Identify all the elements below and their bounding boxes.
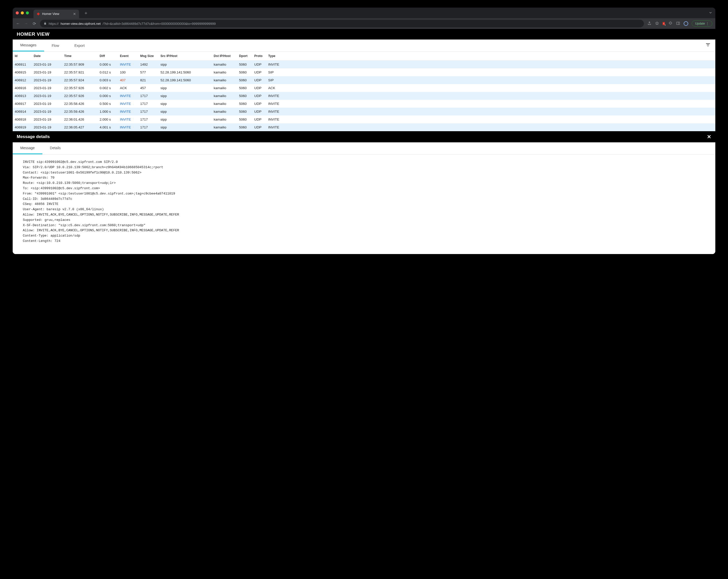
cell-src: sipp xyxy=(158,100,212,108)
details-tab-details[interactable]: Details xyxy=(42,142,69,154)
table-row[interactable]: 4069182023-01-1922:36:01.4262.000 sINVIT… xyxy=(13,115,715,123)
col-dst[interactable]: Dst IP/Host xyxy=(212,52,237,60)
tab-overflow-icon[interactable] xyxy=(709,11,712,15)
extension-badge-icon[interactable]: ▪1 xyxy=(662,22,665,25)
cell-size: 1717 xyxy=(138,92,158,100)
share-icon[interactable] xyxy=(647,21,651,26)
cell-id: 406912 xyxy=(13,76,32,84)
cell-src: sipp xyxy=(158,123,212,131)
table-row[interactable]: 4069132023-01-1922:35:57.9260.000 sINVIT… xyxy=(13,92,715,100)
col-time[interactable]: Time xyxy=(62,52,98,60)
cell-size: 1492 xyxy=(138,60,158,68)
col-msgsize[interactable]: Msg Size xyxy=(138,52,158,60)
main-tabs: Messages Flow Export xyxy=(13,39,715,52)
cell-diff: 1.000 s xyxy=(98,108,118,115)
traffic-lights xyxy=(16,11,29,15)
cell-type: SIP xyxy=(266,68,715,76)
cell-size: 1717 xyxy=(138,115,158,123)
tab-export[interactable]: Export xyxy=(67,40,92,51)
table-row[interactable]: 4069152023-01-1922:35:57.9210.012 s10057… xyxy=(13,68,715,76)
url-host: homer-view.dev.sipfront.net xyxy=(60,22,101,26)
reload-button[interactable]: ⟳ xyxy=(32,21,36,26)
cell-size: 1717 xyxy=(138,123,158,131)
tab-close-icon[interactable]: ✕ xyxy=(73,12,76,16)
cell-size: 577 xyxy=(138,68,158,76)
window-maximize-button[interactable] xyxy=(26,11,29,15)
filter-icon[interactable] xyxy=(701,43,715,48)
tab-messages[interactable]: Messages xyxy=(13,39,44,51)
app-title: HOMER VIEW xyxy=(13,29,715,39)
table-row[interactable]: 4069172023-01-1922:35:58.4260.500 sINVIT… xyxy=(13,100,715,108)
tab-favicon-icon xyxy=(36,12,40,16)
col-id[interactable]: Id xyxy=(13,52,32,60)
cell-event: INVITE xyxy=(118,123,138,131)
cell-date: 2023-01-19 xyxy=(32,115,62,123)
browser-tab[interactable]: Homer View ✕ xyxy=(33,10,79,18)
cell-date: 2023-01-19 xyxy=(32,123,62,131)
cell-dport: 5060 xyxy=(237,115,252,123)
col-proto[interactable]: Proto xyxy=(252,52,266,60)
cell-event: INVITE xyxy=(118,108,138,115)
toolbar-right: ▪1 Update ⋮ xyxy=(647,21,712,27)
browser-window: Homer View ✕ ＋ ← → ⟳ https://homer-view.… xyxy=(13,8,715,254)
panel-icon[interactable] xyxy=(676,21,680,26)
details-title: Message details xyxy=(17,134,50,139)
table-row[interactable]: 4069142023-01-1922:35:59.4261.000 sINVIT… xyxy=(13,108,715,115)
cell-event: INVITE xyxy=(118,92,138,100)
cell-type: ACK xyxy=(266,84,715,92)
cell-type: INVITE xyxy=(266,108,715,115)
cell-time: 22:35:57.926 xyxy=(62,84,98,92)
cell-time: 22:36:05.427 xyxy=(62,123,98,131)
new-tab-button[interactable]: ＋ xyxy=(81,10,91,16)
url-input[interactable]: https://homer-view.dev.sipfront.net/?id=… xyxy=(40,20,644,27)
back-button[interactable]: ← xyxy=(16,21,20,26)
cell-src: sipp xyxy=(158,60,212,68)
cell-dst: kamailio xyxy=(212,60,237,68)
update-button[interactable]: Update ⋮ xyxy=(692,21,712,27)
cell-src: 52.28.199.141:5060 xyxy=(158,76,212,84)
cell-id: 406914 xyxy=(13,108,32,115)
extensions-icon[interactable] xyxy=(669,21,673,26)
profile-icon[interactable] xyxy=(684,21,688,26)
col-type[interactable]: Type xyxy=(266,52,715,60)
details-tab-message[interactable]: Message xyxy=(13,142,42,154)
table-row[interactable]: 4069112023-01-1922:35:57.9090.000 sINVIT… xyxy=(13,60,715,68)
cell-dport: 5060 xyxy=(237,108,252,115)
cell-proto: UDP xyxy=(252,60,266,68)
cell-diff: 4.001 s xyxy=(98,123,118,131)
cell-proto: UDP xyxy=(252,115,266,123)
cell-time: 22:35:57.921 xyxy=(62,68,98,76)
forward-button[interactable]: → xyxy=(24,21,28,26)
col-date[interactable]: Date xyxy=(32,52,62,60)
cell-event: INVITE xyxy=(118,100,138,108)
cell-date: 2023-01-19 xyxy=(32,60,62,68)
cell-dst: kamailio xyxy=(212,108,237,115)
cell-dport: 5060 xyxy=(237,123,252,131)
menu-dots-icon: ⋮ xyxy=(706,22,709,25)
cell-date: 2023-01-19 xyxy=(32,68,62,76)
col-diff[interactable]: Diff xyxy=(98,52,118,60)
cell-dport: 5060 xyxy=(237,76,252,84)
window-close-button[interactable] xyxy=(16,11,19,15)
details-header: Message details ✕ xyxy=(13,131,715,142)
tab-flow[interactable]: Flow xyxy=(44,40,67,51)
window-minimize-button[interactable] xyxy=(21,11,24,15)
table-row[interactable]: 4069162023-01-1922:35:57.9260.002 sACK45… xyxy=(13,84,715,92)
address-bar: ← → ⟳ https://homer-view.dev.sipfront.ne… xyxy=(13,18,715,29)
table-body: 4069112023-01-1922:35:57.9090.000 sINVIT… xyxy=(13,60,715,132)
col-src[interactable]: Src IP/Host xyxy=(158,52,212,60)
table-row[interactable]: 4069192023-01-1922:36:05.4274.001 sINVIT… xyxy=(13,123,715,131)
cell-src: sipp xyxy=(158,84,212,92)
col-event[interactable]: Event xyxy=(118,52,138,60)
bookmark-star-icon[interactable] xyxy=(655,21,659,26)
table-row[interactable]: 4069122023-01-1922:35:57.9240.003 s40782… xyxy=(13,76,715,84)
cell-diff: 0.000 s xyxy=(98,60,118,68)
details-close-icon[interactable]: ✕ xyxy=(707,134,711,140)
cell-dst: kamailio xyxy=(212,68,237,76)
cell-proto: UDP xyxy=(252,76,266,84)
cell-diff: 0.012 s xyxy=(98,68,118,76)
svg-rect-1 xyxy=(44,23,46,25)
col-dport[interactable]: Dport xyxy=(237,52,252,60)
cell-type: INVITE xyxy=(266,123,715,131)
cell-diff: 0.000 s xyxy=(98,92,118,100)
